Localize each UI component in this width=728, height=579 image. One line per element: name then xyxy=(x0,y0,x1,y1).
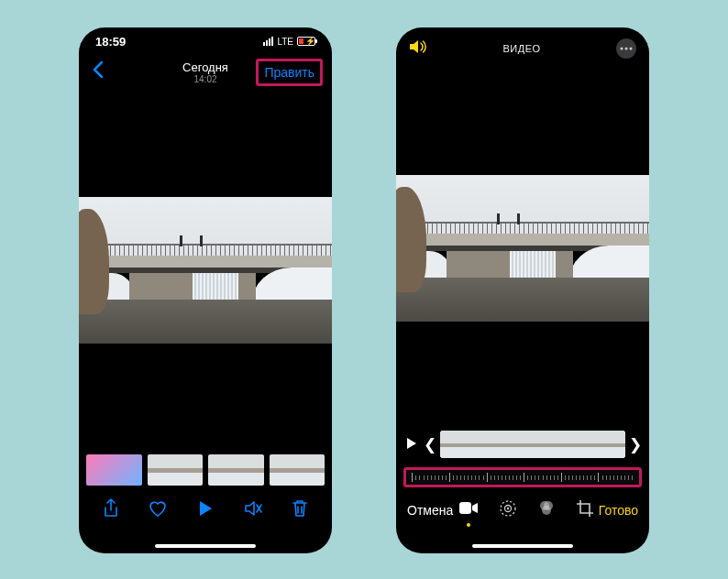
home-indicator[interactable] xyxy=(155,544,256,548)
svg-point-2 xyxy=(630,48,633,50)
editor-toolbar: Отмена Готово xyxy=(396,491,649,530)
phone-viewer: 18:59 LTE ⚡ Сегодня 14:02 Править xyxy=(79,27,332,553)
video-icon xyxy=(458,501,479,515)
play-icon xyxy=(406,437,417,450)
edit-button[interactable]: Править xyxy=(256,59,323,86)
favorite-button[interactable] xyxy=(148,499,168,522)
thumbnail-strip[interactable] xyxy=(79,451,332,489)
signal-icon xyxy=(263,37,273,46)
play-icon xyxy=(197,499,214,518)
trash-icon xyxy=(292,498,308,519)
editor-title: ВИДЕО xyxy=(502,43,540,54)
speaker-mute-icon xyxy=(243,499,263,518)
share-icon xyxy=(103,498,119,519)
adjustment-scrubber[interactable] xyxy=(403,467,642,487)
filters-icon xyxy=(537,499,556,518)
edit-tool-group xyxy=(458,499,594,522)
adjust-icon xyxy=(499,499,517,518)
filters-tool[interactable] xyxy=(537,499,556,522)
timeline-frames[interactable] xyxy=(440,431,625,458)
heart-icon xyxy=(148,499,168,518)
mute-button[interactable] xyxy=(243,499,263,522)
svg-point-1 xyxy=(625,48,628,50)
bottom-toolbar xyxy=(79,489,332,531)
svg-point-6 xyxy=(506,507,508,508)
volume-button[interactable] xyxy=(409,39,427,58)
thumbnail[interactable] xyxy=(148,454,204,486)
editor-header: ВИДЕО xyxy=(396,27,649,70)
network-label: LTE xyxy=(277,37,293,47)
timeline-row: ❮ ❯ xyxy=(396,427,649,462)
home-indicator[interactable] xyxy=(472,544,573,548)
chevron-left-icon xyxy=(92,60,104,79)
phone-editor: ВИДЕО ❮ xyxy=(396,27,649,553)
crop-tool[interactable] xyxy=(576,499,594,522)
nav-bar: Сегодня 14:02 Править xyxy=(79,55,332,90)
thumbnail[interactable] xyxy=(86,454,142,486)
delete-button[interactable] xyxy=(292,498,308,523)
thumbnail[interactable] xyxy=(208,454,264,486)
crop-icon xyxy=(576,499,594,518)
thumbnail[interactable] xyxy=(270,454,325,486)
share-button[interactable] xyxy=(103,498,119,523)
status-bar: 18:59 LTE ⚡ xyxy=(79,27,332,55)
battery-icon: ⚡ xyxy=(297,37,315,46)
done-button[interactable]: Готово xyxy=(599,503,638,518)
scrubber-ticks xyxy=(412,473,633,482)
play-button[interactable] xyxy=(197,499,214,522)
back-button[interactable] xyxy=(88,60,107,84)
cancel-button[interactable]: Отмена xyxy=(407,503,453,518)
video-frame xyxy=(396,175,649,322)
svg-rect-3 xyxy=(459,502,471,514)
video-preview-area[interactable] xyxy=(79,90,332,451)
adjust-tool[interactable] xyxy=(499,499,517,522)
editor-preview-area[interactable] xyxy=(396,70,649,427)
video-tool[interactable] xyxy=(458,501,479,519)
svg-point-0 xyxy=(621,48,623,50)
trim-handle-left[interactable]: ❮ xyxy=(424,435,436,454)
more-button[interactable] xyxy=(616,38,636,59)
ellipsis-icon xyxy=(620,47,633,50)
video-frame xyxy=(79,197,332,344)
status-indicators: LTE ⚡ xyxy=(263,37,315,47)
svg-point-9 xyxy=(542,506,551,515)
trim-handle-right[interactable]: ❯ xyxy=(629,435,642,454)
speaker-icon xyxy=(409,39,427,54)
status-time: 18:59 xyxy=(95,35,126,49)
timeline-play-button[interactable] xyxy=(403,437,420,453)
